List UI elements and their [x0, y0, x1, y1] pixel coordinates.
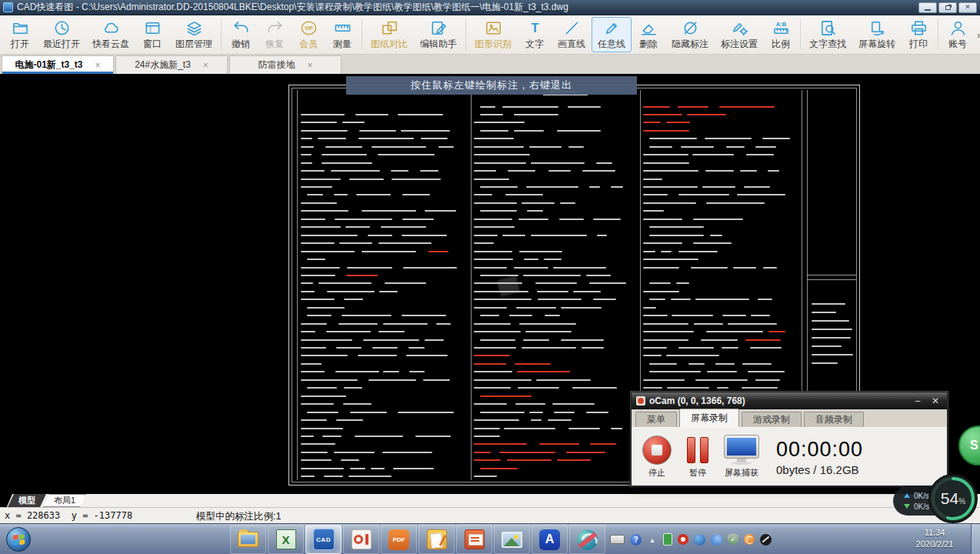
ocam-tab-3[interactable]: 游戏录制 — [742, 412, 802, 427]
toolbar-button-find-text[interactable]: 文字查找 — [803, 17, 852, 52]
sheet-text-row — [474, 362, 638, 365]
close-button[interactable]: ✕ — [958, 2, 977, 13]
taskbar-app-image-viewer[interactable] — [494, 525, 530, 554]
text-mark — [643, 355, 662, 356]
text-mark — [474, 194, 492, 195]
tray-antenna-icon[interactable] — [760, 534, 772, 546]
text-mark — [596, 162, 612, 164]
tray-expand-icon[interactable]: ▴ — [647, 534, 658, 545]
ocam-titlebar[interactable]: oCam (0, 0, 1366, 768) – ✕ — [632, 392, 947, 409]
text-mark — [379, 291, 398, 292]
toolbar-button-layer-manager[interactable]: 图层管理 — [169, 17, 218, 52]
taskbar-app-swirl-app[interactable] — [569, 525, 605, 554]
toolbar-button-scale[interactable]: A:B比例 — [764, 17, 798, 52]
text-mark — [643, 323, 688, 325]
text-mark — [643, 154, 688, 155]
taskbar-app-ocam-app[interactable] — [343, 525, 379, 554]
layout1-tab[interactable]: 布局1 — [43, 494, 86, 507]
toolbar-button-freehand-line[interactable]: 任意线 — [592, 17, 632, 52]
text-mark — [331, 170, 380, 172]
toolbar-button-annotation-settings[interactable]: 标注设置 — [715, 17, 764, 52]
text-mark — [474, 363, 506, 365]
tray-update-icon[interactable] — [744, 534, 755, 545]
toolbar-button-label: 标注设置 — [721, 38, 758, 51]
toolbar-button-shape-recognition[interactable]: 图形识别 — [468, 17, 518, 52]
toolbar-button-undo[interactable]: 撤销 — [224, 17, 258, 52]
tray-safety-icon[interactable]: ✓ — [728, 533, 738, 546]
toolbar-button-delete[interactable]: 删除 — [632, 17, 665, 52]
taskbar-app-pdf-reader[interactable]: PDF — [381, 525, 417, 554]
sheet-text-row — [474, 476, 638, 478]
taskbar-app-a-app[interactable]: A — [532, 525, 568, 554]
ocam-tab-1[interactable]: 菜单 — [635, 412, 677, 427]
taskbar-app-wps-note[interactable] — [418, 525, 455, 554]
text-mark — [474, 282, 522, 284]
taskbar-clock[interactable]: 11:34 2020/2/21 — [906, 527, 963, 550]
toolbar-button-draw-line[interactable]: 画直线 — [552, 17, 592, 52]
ocam-close-button[interactable]: ✕ — [928, 395, 942, 406]
tray-help-icon[interactable]: ? — [630, 534, 642, 546]
start-button[interactable] — [6, 527, 31, 552]
ocam-capture-button[interactable]: 屏幕捕获 — [724, 435, 759, 479]
toolbar-button-cloud-drive[interactable]: 快看云盘 — [86, 17, 135, 52]
text-mark — [529, 146, 562, 148]
taskbar-app-presentation[interactable] — [456, 525, 492, 554]
toolbar-button-screen-rotate[interactable]: 屏幕旋转 — [852, 17, 902, 52]
text-mark — [318, 138, 346, 139]
tray-im-icon[interactable] — [694, 534, 705, 546]
text-mark — [368, 379, 416, 381]
taskbar-app-excel[interactable]: X — [268, 525, 304, 554]
show-desktop-button[interactable] — [971, 524, 980, 554]
document-tab-3[interactable]: 防雷接地× — [229, 55, 342, 74]
toolbar-button-measure[interactable]: 测量 — [325, 17, 359, 52]
pencil-icon — [603, 19, 621, 37]
text-mark — [301, 282, 313, 284]
toolbar-button-hide-annotations[interactable]: 隐藏标注 — [665, 17, 715, 52]
tab-close-icon[interactable]: × — [307, 60, 312, 71]
toolbar-button-recent-open[interactable]: 最近打开 — [37, 17, 86, 52]
toolbar-button-print[interactable]: 打印 — [902, 17, 935, 52]
sheet-text-row — [643, 331, 800, 333]
tray-usb-icon[interactable] — [663, 533, 672, 546]
model-tab[interactable]: 模型 — [8, 494, 46, 507]
annotation-scale-text: 模型中的标注比例:1 — [196, 510, 281, 523]
tray-record-icon[interactable] — [678, 534, 688, 545]
text-mark — [710, 235, 722, 236]
toolbar-button-drawing-compare[interactable]: 图纸对比 — [365, 17, 414, 52]
tab-close-icon[interactable]: × — [95, 60, 101, 71]
text-mark — [301, 162, 312, 164]
text-mark — [582, 170, 615, 172]
sheet-text-row — [643, 339, 800, 341]
tray-browser-icon[interactable] — [711, 534, 722, 546]
toolbar-button-account[interactable]: 账号 — [941, 17, 975, 52]
toolbar-button-vip[interactable]: VIP会员 — [292, 17, 325, 52]
restore-button[interactable] — [938, 2, 957, 13]
ocam-tab-4[interactable]: 音频录制 — [804, 412, 864, 427]
pdf-reader-icon: PDF — [388, 529, 410, 550]
document-tab-2[interactable]: 24#水施新_t3× — [115, 55, 228, 74]
undo-icon — [232, 19, 250, 37]
toolbar-overflow-chevron[interactable]: » — [975, 29, 980, 41]
text-mark — [590, 443, 616, 445]
taskbar-app-cad-viewer[interactable]: CAD — [305, 525, 342, 554]
toolbar-button-window[interactable]: 窗口 — [135, 17, 169, 52]
toolbar-button-text[interactable]: T文字 — [518, 17, 552, 52]
taskbar-app-explorer[interactable] — [230, 525, 266, 554]
text-mark — [538, 299, 582, 300]
toolbar-button-open[interactable]: 打开 — [3, 17, 37, 52]
tab-close-icon[interactable]: × — [203, 60, 208, 71]
toolbar-button-label: 图形识别 — [475, 38, 512, 51]
title-block-text-row — [812, 319, 856, 322]
ocam-minimize-button[interactable]: – — [911, 395, 925, 406]
ocam-tab-2[interactable]: 屏幕录制 — [679, 409, 739, 427]
text-mark — [301, 299, 335, 300]
toolbar-button-edit-assistant[interactable]: 编辑助手 — [414, 17, 463, 52]
document-tab-1[interactable]: 电施-01新_t3_t3× — [2, 55, 114, 74]
memory-usage-widget[interactable]: 54% — [928, 473, 978, 524]
minimize-button[interactable] — [918, 2, 937, 13]
ocam-stop-button[interactable]: 停止 — [642, 436, 672, 479]
tray-keyboard-icon[interactable] — [610, 535, 625, 544]
ocam-pause-button[interactable]: 暂停 — [687, 436, 708, 479]
sheet-text-row — [643, 162, 800, 164]
ocam-app-icon — [636, 396, 645, 405]
